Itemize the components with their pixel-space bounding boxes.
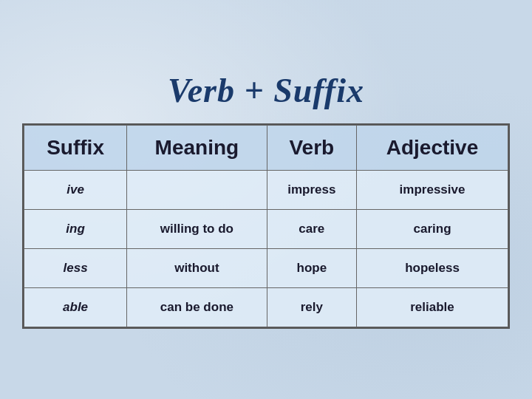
table-row: ablecan be donerelyreliable xyxy=(24,287,508,327)
cell-suffix: ive xyxy=(24,170,127,209)
cell-verb: hope xyxy=(267,248,356,287)
cell-suffix: able xyxy=(24,287,127,327)
cell-adjective: reliable xyxy=(357,287,508,327)
cell-meaning: without xyxy=(127,248,267,287)
cell-suffix: less xyxy=(24,248,127,287)
cell-meaning: can be done xyxy=(127,287,267,327)
cell-meaning xyxy=(127,170,267,209)
table-row: lesswithouthopehopeless xyxy=(24,248,508,287)
cell-adjective: impressive xyxy=(357,170,508,209)
verb-suffix-table: Suffix Meaning Verb Adjective iveimpress… xyxy=(24,125,508,327)
cell-verb: rely xyxy=(267,287,356,327)
cell-adjective: caring xyxy=(357,209,508,248)
cell-verb: care xyxy=(267,209,356,248)
table-row: ingwilling to docarecaring xyxy=(24,209,508,248)
page-title: Verb + Suffix xyxy=(168,71,364,110)
cell-suffix: ing xyxy=(24,209,127,248)
header-meaning: Meaning xyxy=(127,125,267,170)
cell-meaning: willing to do xyxy=(127,209,267,248)
header-suffix: Suffix xyxy=(24,125,127,170)
main-table-container: Suffix Meaning Verb Adjective iveimpress… xyxy=(22,123,510,329)
header-verb: Verb xyxy=(267,125,356,170)
cell-adjective: hopeless xyxy=(357,248,508,287)
table-header-row: Suffix Meaning Verb Adjective xyxy=(24,125,508,170)
cell-verb: impress xyxy=(267,170,356,209)
table-row: iveimpressimpressive xyxy=(24,170,508,209)
header-adjective: Adjective xyxy=(357,125,508,170)
